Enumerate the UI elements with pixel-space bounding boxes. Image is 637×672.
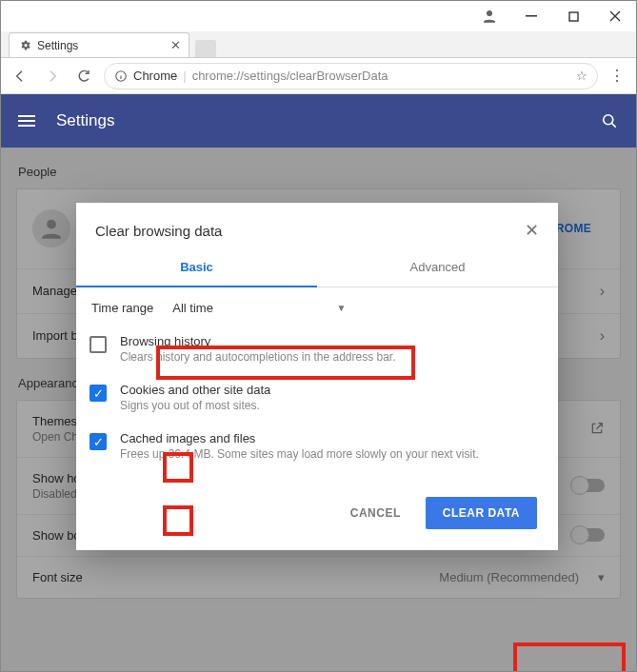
option-title: Cookies and other site data bbox=[120, 383, 270, 397]
window-titlebar bbox=[1, 1, 636, 31]
option-cache[interactable]: Cached images and files Frees up 36.4 MB… bbox=[76, 422, 558, 470]
checkbox-browsing-history[interactable] bbox=[90, 336, 107, 353]
omnibox[interactable]: Chrome | chrome://settings/clearBrowserD… bbox=[104, 63, 598, 89]
back-button[interactable] bbox=[7, 63, 33, 89]
new-tab-button[interactable] bbox=[195, 40, 216, 57]
time-range-value: All time bbox=[172, 301, 213, 315]
option-title: Cached images and files bbox=[120, 431, 479, 445]
info-icon bbox=[114, 69, 128, 83]
option-sub: Signs you out of most sites. bbox=[120, 399, 270, 412]
tab-advanced[interactable]: Advanced bbox=[317, 248, 558, 287]
omnibox-separator: | bbox=[183, 69, 186, 83]
option-sub: Clears history and autocompletions in th… bbox=[120, 350, 396, 364]
svg-rect-2 bbox=[569, 12, 578, 21]
settings-app-bar: Settings bbox=[1, 94, 636, 148]
close-window-button[interactable] bbox=[594, 1, 636, 31]
dialog-title: Clear browsing data bbox=[95, 223, 222, 239]
close-dialog-button[interactable]: ✕ bbox=[525, 220, 539, 241]
reload-button[interactable] bbox=[71, 63, 98, 89]
profile-avatar-icon[interactable] bbox=[468, 1, 510, 31]
option-cookies[interactable]: Cookies and other site data Signs you ou… bbox=[76, 373, 558, 422]
omnibox-url: chrome://settings/clearBrowserData bbox=[192, 69, 570, 83]
hamburger-icon[interactable] bbox=[18, 115, 35, 127]
browser-toolbar: Chrome | chrome://settings/clearBrowserD… bbox=[1, 58, 636, 94]
browser-tab-settings[interactable]: Settings ✕ bbox=[9, 32, 189, 57]
clear-browsing-data-dialog: Clear browsing data ✕ Basic Advanced Tim… bbox=[76, 203, 558, 550]
cancel-button[interactable]: CANCEL bbox=[341, 499, 410, 527]
option-sub: Frees up 36.4 MB. Some sites may load mo… bbox=[120, 447, 479, 461]
checkbox-cache[interactable] bbox=[90, 433, 107, 450]
minimize-button[interactable] bbox=[510, 1, 552, 31]
time-range-select[interactable]: All time ▼ bbox=[169, 299, 349, 317]
gear-icon bbox=[19, 39, 31, 51]
tab-basic[interactable]: Basic bbox=[76, 248, 317, 287]
maximize-button[interactable] bbox=[552, 1, 594, 31]
svg-rect-1 bbox=[526, 15, 537, 17]
tab-title: Settings bbox=[37, 39, 78, 52]
time-range-row: Time range All time ▼ bbox=[76, 287, 558, 325]
omnibox-scheme: Chrome bbox=[133, 69, 177, 83]
settings-title: Settings bbox=[56, 111, 114, 130]
browser-menu-button[interactable]: ⋮ bbox=[604, 67, 630, 85]
forward-button[interactable] bbox=[39, 63, 66, 89]
bookmark-star-icon[interactable]: ☆ bbox=[576, 69, 587, 83]
tab-strip: Settings ✕ bbox=[1, 31, 636, 58]
dialog-tabs: Basic Advanced bbox=[76, 248, 558, 287]
option-browsing-history[interactable]: Browsing history Clears history and auto… bbox=[76, 325, 558, 373]
checkbox-cookies[interactable] bbox=[90, 385, 107, 402]
chevron-down-icon: ▼ bbox=[336, 303, 346, 313]
svg-point-0 bbox=[487, 10, 492, 16]
time-range-label: Time range bbox=[91, 301, 153, 315]
svg-point-6 bbox=[604, 115, 613, 125]
svg-line-7 bbox=[612, 124, 616, 128]
close-tab-icon[interactable]: ✕ bbox=[170, 38, 181, 52]
clear-data-button[interactable]: CLEAR DATA bbox=[426, 497, 537, 529]
option-title: Browsing history bbox=[120, 334, 396, 348]
search-icon[interactable] bbox=[600, 111, 619, 130]
settings-body: People Sign in to get your bookmarks, hi… bbox=[1, 148, 636, 672]
